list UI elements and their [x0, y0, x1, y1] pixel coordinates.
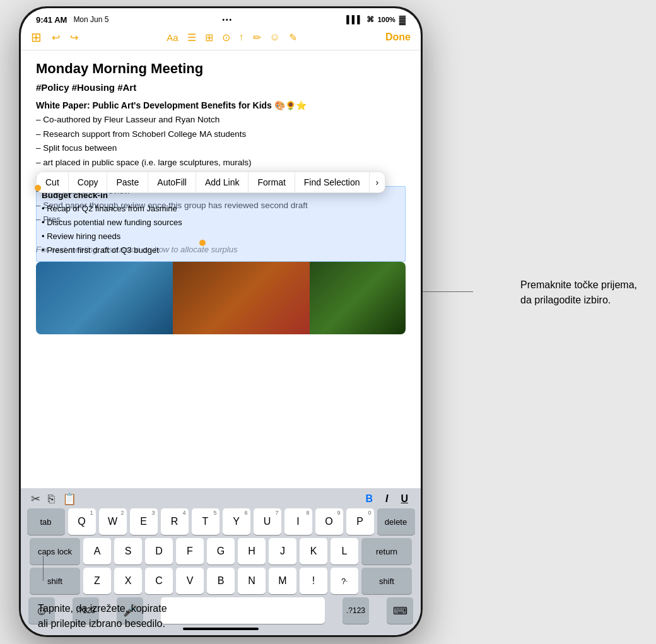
- autofill-button[interactable]: AutoFill: [148, 172, 196, 192]
- kb-format-right: B I U: [363, 492, 411, 506]
- compose-icon[interactable]: ✎: [289, 32, 297, 44]
- copy-button[interactable]: Copy: [69, 172, 108, 192]
- status-right: ▌▌▌ ⌘ 100% ▓: [346, 15, 406, 25]
- note-line-1: – Co-authored by Fleur Lasseur and Ryan …: [36, 113, 406, 127]
- callout-bottom-line: [43, 556, 44, 581]
- bold-button[interactable]: B: [363, 492, 375, 506]
- key-k[interactable]: K: [300, 538, 327, 565]
- delete-key[interactable]: delete: [377, 508, 415, 535]
- key-x[interactable]: X: [114, 568, 142, 594]
- paste-clipboard-icon[interactable]: 📋: [62, 492, 76, 506]
- note-line-2: – Research support from Schoberl College…: [36, 127, 406, 141]
- key-c[interactable]: C: [145, 568, 173, 594]
- key-v[interactable]: V: [176, 568, 204, 594]
- callout-bottom-line2: ali prilepite izbrano besedilo.: [38, 616, 167, 631]
- key-f[interactable]: F: [176, 538, 204, 565]
- note-section-title: White Paper: Public Art's Development Be…: [36, 100, 406, 110]
- capslock-key[interactable]: caps lock: [30, 538, 80, 565]
- callout-bottom-left: Tapnite, da izrežete, kopirate ali prile…: [38, 601, 167, 631]
- selection-handle-start[interactable]: [35, 185, 41, 191]
- done-button[interactable]: Done: [385, 32, 411, 43]
- find-selection-button[interactable]: Find Selection: [295, 172, 370, 192]
- key-a[interactable]: A: [83, 538, 111, 565]
- key-j[interactable]: J: [269, 538, 296, 565]
- key-b[interactable]: B: [207, 568, 235, 594]
- italic-button[interactable]: I: [383, 492, 390, 506]
- more-button[interactable]: ›: [370, 172, 385, 192]
- battery-indicator: 100%: [378, 16, 395, 23]
- paste-button[interactable]: Paste: [107, 172, 148, 192]
- key-e[interactable]: 3E: [130, 508, 158, 535]
- selected-item-1: • Recap of Q2 finances from Jasmine: [42, 202, 400, 216]
- undo-icon[interactable]: ↩: [52, 32, 60, 44]
- key-u[interactable]: 7U: [254, 508, 281, 535]
- key-m[interactable]: M: [269, 568, 296, 594]
- return-key[interactable]: return: [361, 538, 412, 565]
- numeric-right-key[interactable]: .?123: [343, 597, 369, 624]
- underline-button[interactable]: U: [398, 492, 411, 506]
- battery-icon: ▓: [399, 15, 406, 25]
- selected-item-3: • Review hiring needs: [42, 230, 400, 243]
- text-format-icon[interactable]: Aa: [167, 32, 178, 43]
- key-g[interactable]: G: [207, 538, 235, 565]
- cut-button[interactable]: Cut: [37, 172, 69, 192]
- toolbar-center: Aa ☰ ⊞ ⊙ ↑ ✏ ☺ ✎: [167, 32, 297, 44]
- scissors-icon[interactable]: ✂: [31, 492, 40, 506]
- status-dots: •••: [223, 16, 233, 23]
- selected-item-4: • Present first draft of Q3 budget: [42, 243, 400, 257]
- kb-row-3: shift Z X C V B N M ! ?- shift: [23, 568, 418, 594]
- note-title: Monday Morning Meeting: [36, 61, 406, 77]
- status-time: 9:41 AM: [36, 15, 67, 25]
- key-exclaim[interactable]: !: [300, 568, 327, 594]
- camera-icon[interactable]: ⊙: [222, 32, 230, 44]
- toolbar: ⊞ ↩ ↪ Aa ☰ ⊞ ⊙ ↑ ✏ ☺ ✎ Done: [21, 27, 421, 50]
- add-link-button[interactable]: Add Link: [196, 172, 249, 192]
- key-h[interactable]: H: [238, 538, 266, 565]
- key-t[interactable]: 5T: [192, 508, 220, 535]
- shift-right-key[interactable]: shift: [361, 568, 412, 594]
- home-indicator: [183, 628, 259, 630]
- shift-left-key[interactable]: shift: [30, 568, 80, 594]
- ipad-frame: 9:41 AM Mon Jun 5 ••• ▌▌▌ ⌘ 100% ▓ ⊞ ↩ ↪…: [19, 6, 423, 637]
- format-button[interactable]: Format: [249, 172, 295, 192]
- key-z[interactable]: Z: [83, 568, 111, 594]
- key-r[interactable]: 4R: [161, 508, 189, 535]
- key-d[interactable]: D: [145, 538, 173, 565]
- key-w[interactable]: 2W: [99, 508, 127, 535]
- key-question[interactable]: ?-: [331, 568, 358, 594]
- sidebar-icon[interactable]: ⊞: [31, 30, 42, 45]
- status-bar: 9:41 AM Mon Jun 5 ••• ▌▌▌ ⌘ 100% ▓: [21, 8, 421, 27]
- copy-clipboard-icon[interactable]: ⎘: [48, 493, 55, 506]
- toolbar-left: ⊞ ↩ ↪: [31, 30, 78, 45]
- selected-text-block: Budget check-in • Recap of Q2 finances f…: [36, 186, 406, 262]
- kb-icons-left: ✂ ⎘ 📋: [31, 492, 76, 506]
- key-i[interactable]: 8I: [284, 508, 312, 535]
- key-s[interactable]: S: [114, 538, 142, 565]
- ipad-screen: 9:41 AM Mon Jun 5 ••• ▌▌▌ ⌘ 100% ▓ ⊞ ↩ ↪…: [21, 8, 421, 635]
- callout-right-line1: Premaknite točke prijema,: [520, 278, 637, 293]
- keyboard-top-bar: ✂ ⎘ 📋 B I U: [21, 488, 421, 508]
- redo-icon[interactable]: ↪: [70, 32, 78, 44]
- wifi-icon: ⌘: [366, 15, 374, 24]
- key-q[interactable]: 1Q: [68, 508, 96, 535]
- note-line-4: – art placed in public space (i.e. large…: [36, 156, 406, 170]
- space-key[interactable]: [161, 597, 325, 624]
- keyboard-icon-key[interactable]: ⌨: [387, 597, 413, 624]
- key-l[interactable]: L: [331, 538, 358, 565]
- kb-row-2: caps lock A S D F G H J K L return: [23, 538, 418, 565]
- key-p[interactable]: 0P: [346, 508, 374, 535]
- share-icon[interactable]: ↑: [239, 32, 244, 43]
- emoji-icon[interactable]: ☺: [270, 32, 280, 43]
- checklist-icon[interactable]: ☰: [187, 32, 196, 44]
- selection-handle-end[interactable]: [199, 240, 206, 246]
- key-n[interactable]: N: [238, 568, 266, 594]
- note-image: [36, 262, 406, 334]
- markup-icon[interactable]: ✏: [253, 32, 261, 44]
- callout-right-line2: da prilagodite izbiro.: [520, 293, 637, 308]
- tab-key[interactable]: tab: [27, 508, 65, 535]
- table-icon[interactable]: ⊞: [205, 32, 213, 44]
- key-y[interactable]: 6Y: [223, 508, 250, 535]
- key-o[interactable]: 9O: [315, 508, 343, 535]
- signal-icon: ▌▌▌: [346, 15, 363, 24]
- callout-right-line: [423, 291, 473, 292]
